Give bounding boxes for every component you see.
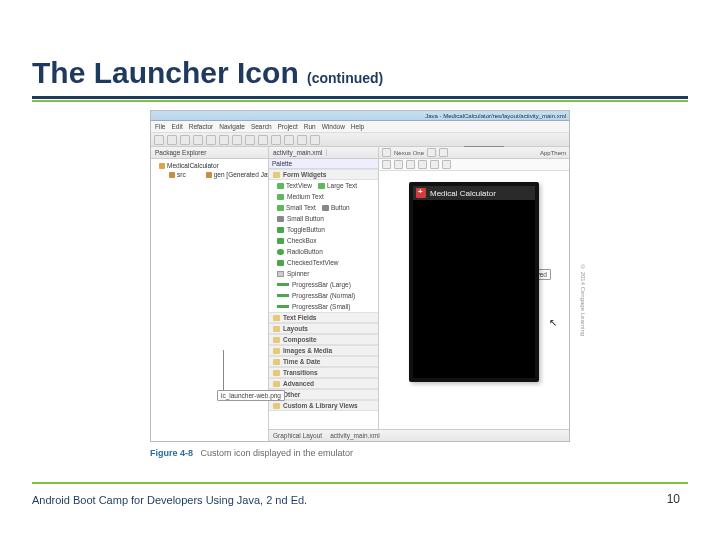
ide-window-title: Java - MedicalCalculator/res/layout/acti… <box>425 113 566 119</box>
device-toolbar-button[interactable] <box>442 160 451 169</box>
title-text: The Launcher Icon <box>32 56 299 89</box>
ide-window: Java - MedicalCalculator/res/layout/acti… <box>150 110 570 442</box>
toolbar-button[interactable] <box>180 135 190 145</box>
menu-item[interactable]: Edit <box>171 123 182 130</box>
folder-icon <box>273 326 280 332</box>
palette-panel: activity_main.xml Palette Form WidgetsTe… <box>269 147 379 441</box>
widget-icon <box>277 216 284 222</box>
layout-editor: Nexus One AppThem Custom icon is display… <box>379 147 569 441</box>
device-toolbar-button[interactable] <box>382 160 391 169</box>
title-subtitle: (continued) <box>307 70 383 86</box>
palette-group[interactable]: Form Widgets <box>269 169 378 180</box>
palette-item[interactable]: Small Text <box>277 203 316 212</box>
folder-icon <box>273 315 280 321</box>
palette-item[interactable]: ProgressBar (Large) <box>269 279 378 290</box>
palette-group[interactable]: Transitions <box>269 367 378 378</box>
menu-item[interactable]: Run <box>304 123 316 130</box>
palette-item[interactable]: TextView <box>277 181 312 190</box>
menu-item[interactable]: Help <box>351 123 364 130</box>
device-toolbar-2 <box>379 159 569 171</box>
palette-group[interactable]: Text Fields <box>269 312 378 323</box>
palette-item-label: Small Text <box>286 203 316 212</box>
tree-project[interactable]: MedicalCalculator <box>157 161 268 170</box>
palette-group-label: Transitions <box>283 369 318 376</box>
palette-group[interactable]: Advanced <box>269 378 378 389</box>
figure-number: Figure 4-8 <box>150 448 193 458</box>
palette-item[interactable]: CheckBox <box>269 235 378 246</box>
palette-header: Palette <box>269 159 378 169</box>
device-toolbar-button[interactable] <box>406 160 415 169</box>
palette-item[interactable]: ToggleButton <box>269 224 378 235</box>
title-accent <box>32 100 688 102</box>
toolbar-button[interactable] <box>206 135 216 145</box>
device-selector[interactable]: Nexus One <box>394 150 424 156</box>
toolbar-button[interactable] <box>258 135 268 145</box>
project-icon <box>159 163 165 169</box>
palette-item-label: Medium Text <box>287 192 324 201</box>
tree-item[interactable]: src <box>167 170 188 179</box>
folder-icon <box>169 172 175 178</box>
toolbar-button[interactable] <box>154 135 164 145</box>
palette-item[interactable]: ProgressBar (Normal) <box>269 290 378 301</box>
palette-item[interactable]: CheckedTextView <box>269 257 378 268</box>
widget-icon <box>277 249 284 255</box>
palette-item-label: RadioButton <box>287 247 323 256</box>
menu-item[interactable]: Window <box>322 123 345 130</box>
palette-item-label: Large Text <box>327 181 357 190</box>
figure-caption-text: Custom icon displayed in the emulator <box>201 448 354 458</box>
device-toolbar-button[interactable] <box>430 160 439 169</box>
palette-group-label: Composite <box>283 336 317 343</box>
palette-item-label: ToggleButton <box>287 225 325 234</box>
folder-icon <box>273 359 280 365</box>
toolbar-button[interactable] <box>167 135 177 145</box>
toolbar-button[interactable] <box>232 135 242 145</box>
bottom-tab[interactable]: activity_main.xml <box>330 432 379 439</box>
tree-item[interactable]: gen [Generated Java Files] <box>204 170 268 179</box>
device-toolbar-button[interactable] <box>394 160 403 169</box>
palette-item-label: TextView <box>286 181 312 190</box>
palette-item[interactable]: Button <box>322 203 350 212</box>
package-explorer-tab[interactable]: Package Explorer <box>151 147 268 159</box>
package-explorer-label: Package Explorer <box>155 149 206 156</box>
device-toolbar-button[interactable] <box>427 148 436 157</box>
image-credit: © 2014 Cengage Learning <box>576 180 586 420</box>
device-toolbar-button[interactable] <box>382 148 391 157</box>
device-toolbar-button[interactable] <box>439 148 448 157</box>
toolbar-button[interactable] <box>219 135 229 145</box>
palette-group[interactable]: Composite <box>269 334 378 345</box>
toolbar-button[interactable] <box>271 135 281 145</box>
palette-group[interactable]: Custom & Library Views <box>269 400 378 411</box>
menu-item[interactable]: File <box>155 123 165 130</box>
ide-menu: File Edit Refactor Navigate Search Proje… <box>151 121 569 133</box>
palette-item[interactable]: Medium Text <box>269 191 378 202</box>
menu-item[interactable]: Refactor <box>189 123 214 130</box>
folder-icon <box>273 370 280 376</box>
ide-titlebar: Java - MedicalCalculator/res/layout/acti… <box>151 111 569 121</box>
widget-icon <box>322 205 329 211</box>
app-title: Medical Calculator <box>430 189 496 198</box>
menu-item[interactable]: Search <box>251 123 272 130</box>
palette-group[interactable]: Time & Date <box>269 356 378 367</box>
toolbar-button[interactable] <box>245 135 255 145</box>
toolbar-button[interactable] <box>284 135 294 145</box>
palette-group[interactable]: Layouts <box>269 323 378 334</box>
palette-item[interactable]: Large Text <box>318 181 357 190</box>
tree-label: MedicalCalculator <box>167 161 219 170</box>
editor-tab[interactable]: activity_main.xml <box>269 149 327 156</box>
callout-leader-line <box>223 350 224 390</box>
theme-selector[interactable]: AppThem <box>540 150 566 156</box>
menu-item[interactable]: Navigate <box>219 123 245 130</box>
palette-item[interactable]: Spinner <box>269 268 378 279</box>
device-toolbar-button[interactable] <box>418 160 427 169</box>
toolbar-button[interactable] <box>297 135 307 145</box>
menu-item[interactable]: Project <box>278 123 298 130</box>
palette-group[interactable]: Images & Media <box>269 345 378 356</box>
toolbar-button[interactable] <box>193 135 203 145</box>
palette-item[interactable]: ProgressBar (Small) <box>269 301 378 312</box>
palette-item[interactable]: RadioButton <box>269 246 378 257</box>
palette-group[interactable]: Other <box>269 389 378 400</box>
bottom-tab[interactable]: Graphical Layout <box>273 432 322 439</box>
palette-item[interactable]: Small Button <box>269 213 378 224</box>
palette-row: TextViewLarge Text <box>269 180 378 191</box>
toolbar-button[interactable] <box>310 135 320 145</box>
